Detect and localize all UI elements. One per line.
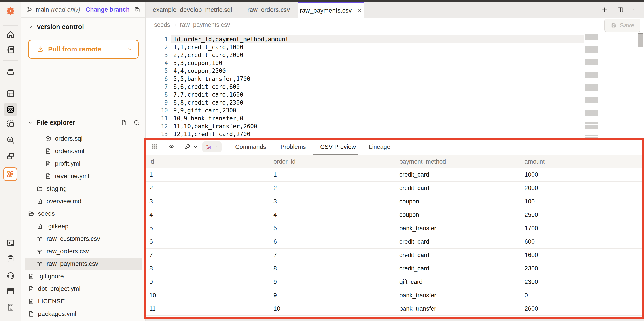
line-text: 5,5,bank_transfer,1700 [173,76,250,82]
file-item-staging[interactable]: staging [24,182,142,195]
file-item-raw_payments.csv[interactable]: raw_payments.csv [24,258,142,270]
minimap[interactable] [586,34,598,138]
rail-item-query-search[interactable] [6,136,15,145]
chevron-down-icon[interactable] [27,120,33,126]
code-line-1[interactable]: 1id,order_id,payment_method,amount [146,35,289,43]
rail-item-organization[interactable] [6,303,15,312]
editor-pane[interactable]: seeds raw_payments.csv Save 1id,order_id… [146,18,644,138]
file-item-raw_orders.csv[interactable]: raw_orders.csv [24,245,142,258]
csv-cell: 3 [274,198,399,205]
pull-options-dropdown[interactable] [122,40,138,58]
csv-cell: 2500 [524,212,644,218]
rail-item-dashboard[interactable] [6,89,15,98]
code-line-7[interactable]: 76,6,credit_card,600 [146,83,289,90]
csv-row-11: 1110bank_transfer2600 [146,302,644,316]
editor-tab-example_develop_metric.sql[interactable]: example_develop_metric.sql [146,2,240,18]
file-item-seeds[interactable]: seeds [24,208,142,220]
build-tools-dropdown[interactable] [184,144,198,150]
rail-divider [3,82,18,82]
breadcrumb-folder[interactable]: seeds [154,22,170,28]
rail-divider [3,60,18,60]
editor-tab-raw_payments.csv[interactable]: raw_payments.csv [298,2,364,18]
code-line-3[interactable]: 32,2,credit_card,2000 [146,51,289,59]
code-line-11[interactable]: 1110,9,bank_transfer,0 [146,114,289,122]
file-item-raw_customers.csv[interactable]: raw_customers.csv [24,232,142,245]
file-item-.gitignore[interactable]: .gitignore [24,270,142,282]
code-line-12[interactable]: 1211,10,bank_transfer,2600 [146,122,289,130]
code-line-6[interactable]: 65,5,bank_transfer,1700 [146,75,289,83]
save-button[interactable]: Save [604,19,640,32]
line-text: 1,1,credit_card,1000 [173,44,243,50]
file-item-orders.sql[interactable]: orders.sql [24,132,142,145]
file-item-overview.md[interactable]: overview.md [24,195,142,208]
search-icon[interactable] [133,119,140,126]
code-line-13[interactable]: 1312,11,credit_card,2700 [146,130,289,138]
rail-item-home[interactable] [6,30,15,39]
rail-item-clipboard[interactable] [6,254,15,264]
file-item-orders.yml[interactable]: orders.yml [24,145,142,157]
code-line-10[interactable]: 109,9,gift_card,2300 [146,107,289,114]
build-tools-icon [184,144,191,150]
csv-row-1: 11credit_card1000 [146,168,644,182]
more-icon[interactable] [632,6,640,14]
file-item-LICENSE[interactable]: LICENSE [24,295,142,308]
code-line-5[interactable]: 54,4,coupon,2500 [146,67,289,75]
rail-item-dbt-assist[interactable] [3,167,17,181]
close-icon[interactable] [356,8,362,14]
panel-tab-CSV Preview[interactable]: CSV Preview [320,144,356,150]
version-control-header[interactable]: Version control [27,23,84,30]
rail-item-windows[interactable] [6,152,15,161]
panel-tab-Commands[interactable]: Commands [235,144,266,150]
new-tab-icon[interactable] [601,6,608,14]
tab-label: raw_orders.csv [248,6,290,14]
file-icon [28,286,34,292]
panel-tab-Lineage[interactable]: Lineage [369,144,390,150]
assist-wand-dropdown[interactable] [202,142,222,152]
pull-from-remote-button[interactable]: Pull from remote [29,40,121,58]
folder-open-icon [28,210,34,217]
chevron-down-icon [27,24,33,30]
csv-cell: 1700 [524,225,644,232]
copy-icon[interactable] [134,6,140,13]
window-top-edge [0,0,644,2]
file-item-label: .gitignore [38,273,64,280]
code-line-8[interactable]: 87,7,credit_card,1600 [146,91,289,98]
app-window: main (read-only) Change branch Version c… [0,0,644,321]
file-icon [45,173,52,180]
code-line-2[interactable]: 21,1,credit_card,1000 [146,43,289,51]
code-area[interactable]: 1id,order_id,payment_method,amount21,1,c… [146,35,289,138]
change-branch-link[interactable]: Change branch [86,6,130,13]
results-table-icon[interactable] [151,143,158,150]
breadcrumb-file: raw_payments.csv [180,22,230,28]
rail-item-notebook[interactable] [6,45,15,54]
editor-scrollbar[interactable] [638,33,643,138]
editor-tab-raw_orders.csv[interactable]: raw_orders.csv [240,2,298,18]
rail-item-canvas[interactable] [6,119,15,128]
rail-item-terminal[interactable] [6,238,15,248]
line-number: 10 [146,107,168,114]
panel-tab-Problems[interactable]: Problems [280,144,306,150]
seedling-icon [36,236,43,242]
tab-label: example_develop_metric.sql [153,6,232,14]
csv-row-2: 22credit_card2000 [146,182,644,195]
rail-item-docs[interactable] [6,286,15,296]
file-item-packages.yml[interactable]: packages.yml [24,308,142,320]
rail-item-code-editor[interactable] [4,103,17,116]
file-item-label: LICENSE [38,298,65,305]
file-item-.gitkeep[interactable]: .gitkeep [24,220,142,232]
csv-cell: gift_card [399,278,524,286]
file-item-dbt_project.yml[interactable]: dbt_project.yml [24,282,142,295]
new-file-icon[interactable] [120,119,127,126]
file-item-revenue.yml[interactable]: revenue.yml [24,170,142,182]
code-view-icon[interactable] [168,143,175,150]
rail-item-support-headset[interactable] [6,270,15,280]
code-line-9[interactable]: 98,8,credit_card,2300 [146,98,289,106]
csv-cell: 4 [149,212,274,218]
tab-label: raw_payments.csv [300,7,352,14]
file-item-profit.yml[interactable]: profit.yml [24,157,142,170]
code-line-4[interactable]: 43,3,coupon,100 [146,59,289,67]
assist-wand-icon [205,143,212,150]
rail-item-data-layers[interactable] [6,67,15,76]
scrollbar-thumb[interactable] [638,33,643,47]
split-view-icon[interactable] [617,6,624,14]
